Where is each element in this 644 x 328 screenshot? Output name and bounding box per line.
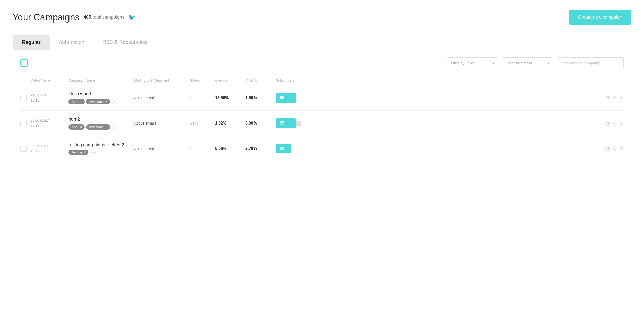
- cursor: ⬜: [296, 120, 302, 126]
- page-wrapper: Your Campaigns 465 total campaigns 🐦 Cre…: [0, 0, 644, 328]
- filter-bird-icon: 🐦: [128, 14, 135, 21]
- row-3-checkbox[interactable]: [20, 146, 27, 152]
- col-click: Click %: [245, 78, 276, 83]
- campaign-count-number: 465: [84, 15, 91, 20]
- search-icon: ⌕: [618, 61, 620, 65]
- tab-regular[interactable]: Regular: [13, 35, 50, 50]
- row-3-status: Sent: [190, 147, 215, 151]
- row-1-copy-icon[interactable]: ⎘: [613, 95, 616, 101]
- page-header: Your Campaigns 465 total campaigns 🐦 Cre…: [13, 10, 631, 25]
- row-1-actions: ◔ ⎘ ✕: [593, 95, 624, 101]
- row-2-checkbox[interactable]: [20, 120, 27, 126]
- row-1-tags: April ✕ Awesome ✕ +: [68, 99, 132, 104]
- campaign-count-label: total campaigns: [93, 15, 124, 20]
- row-3-report-icon[interactable]: ◔: [605, 145, 610, 152]
- row-2-mailing: Active emails: [134, 121, 190, 125]
- row-1-subscribers: 59: [276, 93, 593, 103]
- row-3-mailing: Active emails: [134, 147, 190, 151]
- row-1-campaign-name: Hello world: [68, 91, 132, 97]
- tag-testing-remove[interactable]: ✕: [84, 151, 86, 154]
- table-row: 21-04-2017 10:18 Hello world April ✕ Awe…: [20, 85, 624, 111]
- row-2-tags: April ✕ Awesome ✕ +: [68, 124, 132, 130]
- campaign-count: 465 total campaigns: [84, 15, 124, 20]
- tag-awesome-remove[interactable]: ✕: [105, 100, 108, 103]
- row-2-actions: ◔ ⎘ ✕: [593, 120, 624, 127]
- row-2-copy-icon[interactable]: ⎘: [613, 120, 616, 127]
- row-2-subscribers-bar: 55: [276, 118, 296, 128]
- col-subscribers-label: Subscribers: [276, 78, 294, 83]
- col-name: Campaign Name: [68, 78, 134, 83]
- col-mailing: Mailing List / Segment: [134, 78, 190, 83]
- row-2-report-icon[interactable]: ◔: [605, 120, 610, 127]
- row-1-datetime: 21-04-2017 10:18: [31, 93, 68, 103]
- row-1-status: Sent: [190, 96, 215, 100]
- filter-status-wrapper: Filter by Status: [502, 57, 553, 68]
- table-body: 21-04-2017 10:18 Hello world April ✕ Awe…: [20, 85, 624, 161]
- row-1-date: 21-04-2017: [31, 93, 68, 98]
- sort-asc-icon: ↑: [295, 79, 297, 82]
- table-header: Date & Time Campaign Name Mailing List /…: [20, 76, 624, 85]
- tag-april: April ✕: [68, 99, 85, 104]
- row-1-open: 13.56%: [215, 96, 245, 100]
- tag-april-2: April ✕: [68, 124, 85, 130]
- col-subscribers[interactable]: Subscribers ↑: [276, 78, 593, 83]
- main-content: Filter by Label Filter by Status ⌕ Date …: [13, 50, 631, 164]
- header-left: Your Campaigns 465 total campaigns 🐦: [13, 12, 135, 23]
- row-3-campaign-name: testing campaigns clicked 2: [68, 142, 132, 148]
- row-1-subscribers-bar: 59: [276, 93, 296, 103]
- row-1-report-icon[interactable]: ◔: [605, 95, 610, 101]
- row-3-delete-icon[interactable]: ✕: [619, 146, 624, 152]
- row-3-tags: Testing ✕ +: [68, 150, 132, 155]
- tag-awesome-2: Awesome ✕: [86, 124, 110, 130]
- tab-automation[interactable]: Automation: [50, 35, 93, 50]
- create-campaign-button[interactable]: Create new campaign: [569, 10, 631, 25]
- tabs-container: Regular Automation RSS & Repeatables: [13, 35, 631, 50]
- table-row: 08-06-2017 16:47 testing campaigns click…: [20, 136, 624, 161]
- search-wrapper: ⌕: [558, 57, 624, 68]
- row-1-delete-icon[interactable]: ✕: [619, 95, 624, 101]
- col-open: Open %: [215, 78, 245, 83]
- row-1-checkbox[interactable]: [20, 95, 27, 101]
- tag-awesome-2-remove[interactable]: ✕: [105, 125, 108, 129]
- row-3-datetime: 08-06-2017 16:47: [31, 143, 68, 154]
- tag-april-remove[interactable]: ✕: [80, 100, 82, 103]
- filters-row: Filter by Label Filter by Status ⌕: [20, 57, 624, 68]
- row-1-add-tag[interactable]: +: [112, 99, 117, 104]
- row-3-subscribers: 36: [276, 144, 593, 153]
- filter-by-label[interactable]: Filter by Label: [447, 57, 497, 68]
- filter-label-wrapper: Filter by Label: [447, 57, 497, 68]
- row-2-subscribers: 55 ⬜: [276, 118, 593, 128]
- row-3-click: 2.78%: [245, 146, 276, 151]
- row-1-time: 10:18: [31, 98, 68, 103]
- row-3-actions: ◔ ⎘ ✕: [593, 145, 624, 152]
- tag-april-2-remove[interactable]: ✕: [80, 125, 82, 129]
- row-3-time: 16:47: [31, 149, 68, 154]
- row-1-mailing: Active emails: [134, 96, 190, 100]
- tab-rss[interactable]: RSS & Repeatables: [94, 35, 157, 50]
- row-2-date: 26-05-2017: [31, 118, 68, 123]
- col-date: Date & Time: [31, 78, 68, 83]
- row-3-open: 5.56%: [215, 146, 245, 151]
- page-title: Your Campaigns: [13, 12, 80, 23]
- row-2-time: 17:15: [31, 123, 68, 129]
- row-3-subscribers-bar: 36: [276, 144, 291, 153]
- row-1-name-cell: Hello world April ✕ Awesome ✕ +: [68, 91, 134, 104]
- row-2-add-tag[interactable]: +: [112, 124, 117, 130]
- filter-by-status[interactable]: Filter by Status: [502, 57, 553, 68]
- row-3-copy-icon[interactable]: ⎘: [613, 145, 616, 152]
- row-2-open: 1.82%: [215, 121, 245, 126]
- row-2-delete-icon[interactable]: ✕: [619, 120, 624, 126]
- row-1-click: 1.69%: [245, 96, 276, 100]
- tag-testing: Testing ✕: [68, 150, 88, 155]
- row-3-date: 08-06-2017: [31, 143, 68, 149]
- row-2-datetime: 26-05-2017 17:15: [31, 118, 68, 129]
- table-row: 26-05-2017 17:15 num2 April ✕ Awesome ✕ …: [20, 111, 624, 136]
- row-2-click: 0.00%: [245, 121, 276, 126]
- tag-awesome: Awesome ✕: [86, 99, 110, 104]
- row-2-name-cell: num2 April ✕ Awesome ✕ +: [68, 117, 134, 130]
- search-input[interactable]: [558, 57, 624, 68]
- row-3-add-tag[interactable]: +: [90, 150, 96, 155]
- row-2-status: Sent: [190, 121, 215, 125]
- row-2-campaign-name: num2: [68, 117, 132, 122]
- select-all-checkbox[interactable]: [20, 59, 28, 67]
